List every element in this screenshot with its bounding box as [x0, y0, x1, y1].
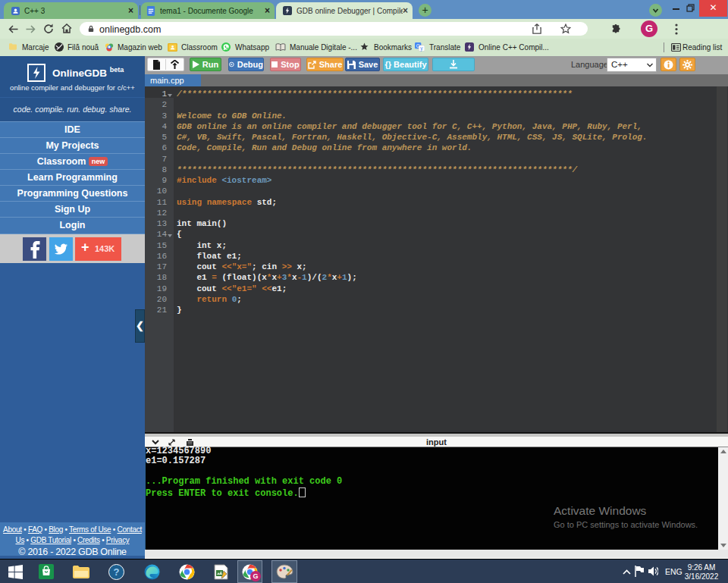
svg-text:?: ?: [113, 566, 119, 578]
